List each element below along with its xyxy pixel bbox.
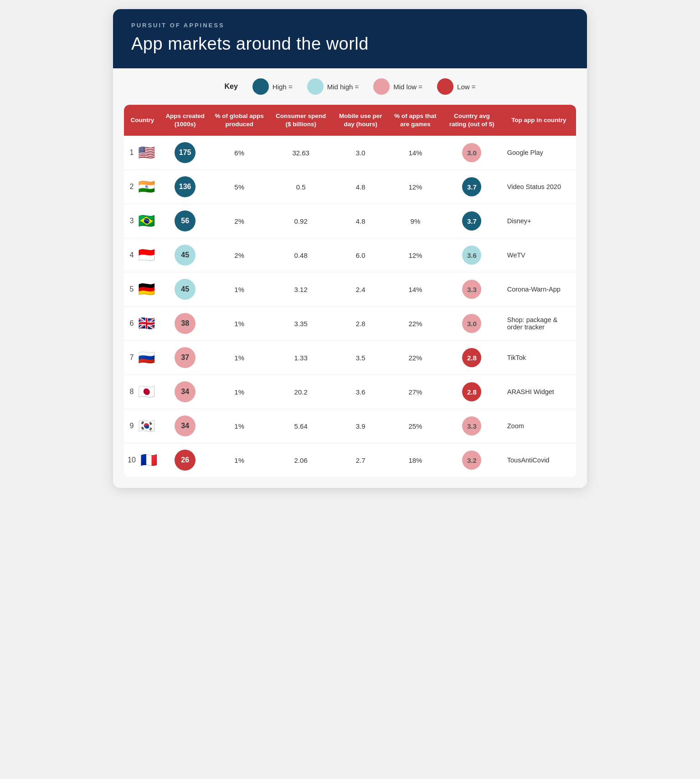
flag-icon: 🇮🇩 (138, 248, 155, 262)
apps-circle: 45 (175, 245, 196, 266)
table-row: 1 🇺🇸 175 6% 32.63 3.0 14% 3.0 Google Pla… (124, 136, 576, 170)
cell-spend: 0.48 (269, 238, 333, 272)
flag-icon: 🇩🇪 (138, 282, 155, 296)
apps-circle: 26 (175, 450, 196, 471)
cell-rank-flag: 3 🇧🇷 (124, 204, 161, 238)
flag-icon: 🇬🇧 (138, 317, 155, 330)
cell-mobile: 3.0 (332, 136, 388, 170)
flag-icon: 🇺🇸 (138, 146, 155, 159)
table-row: 9 🇰🇷 34 1% 5.64 3.9 25% 3.3 Zoom (124, 409, 576, 443)
rating-circle: 3.3 (462, 280, 481, 299)
row-rank: 4 (129, 251, 134, 259)
cell-rank-flag: 7 🇷🇺 (124, 341, 161, 375)
row-rank: 7 (129, 354, 134, 362)
cell-rank-flag: 1 🇺🇸 (124, 136, 161, 170)
cell-pct-produced: 6% (209, 136, 269, 170)
cell-mobile: 2.8 (332, 307, 388, 341)
col-mobile: Mobile use per day (hours) (332, 105, 388, 136)
cell-apps: 34 (161, 375, 210, 409)
col-apps-created: Apps created (1000s) (161, 105, 210, 136)
cell-games: 22% (389, 341, 442, 375)
cell-rank-flag: 4 🇮🇩 (124, 238, 161, 272)
flag-icon: 🇰🇷 (138, 419, 155, 433)
cell-games: 14% (389, 272, 442, 307)
flag-icon: 🇧🇷 (138, 214, 155, 228)
main-table: Country Apps created (1000s) % of global… (124, 105, 576, 477)
row-rank: 6 (129, 319, 134, 328)
cell-spend: 5.64 (269, 409, 333, 443)
cell-spend: 0.5 (269, 170, 333, 204)
cell-spend: 3.12 (269, 272, 333, 307)
table-row: 2 🇮🇳 136 5% 0.5 4.8 12% 3.7 Video Status… (124, 170, 576, 204)
cell-pct-produced: 2% (209, 238, 269, 272)
cell-rank-flag: 8 🇯🇵 (124, 375, 161, 409)
cell-rating: 3.7 (442, 204, 502, 238)
cell-rating: 3.7 (442, 170, 502, 204)
table-row: 6 🇬🇧 38 1% 3.35 2.8 22% 3.0 Shop: packag… (124, 307, 576, 341)
cell-rank-flag: 2 🇮🇳 (124, 170, 161, 204)
flag-icon: 🇮🇳 (138, 180, 155, 194)
table-row: 5 🇩🇪 45 1% 3.12 2.4 14% 3.3 Corona-Warn-… (124, 272, 576, 307)
cell-top-app: Zoom (502, 409, 576, 443)
cell-mobile: 4.8 (332, 204, 388, 238)
cell-mobile: 4.8 (332, 170, 388, 204)
table-header-row: Country Apps created (1000s) % of global… (124, 105, 576, 136)
cell-spend: 20.2 (269, 375, 333, 409)
key-item-midhigh: Mid high = (307, 78, 359, 95)
header: PURSUIT OF APPINESS App markets around t… (113, 9, 587, 68)
cell-games: 12% (389, 238, 442, 272)
cell-games: 18% (389, 443, 442, 477)
col-pct-produced: % of global apps produced (209, 105, 269, 136)
low-icon (437, 78, 453, 95)
flag-icon: 🇫🇷 (140, 453, 157, 467)
flag-icon: 🇯🇵 (138, 385, 155, 399)
cell-rating: 3.3 (442, 272, 502, 307)
table-section: Country Apps created (1000s) % of global… (113, 105, 587, 488)
apps-circle: 175 (175, 142, 196, 163)
cell-rating: 3.0 (442, 307, 502, 341)
key-midlow-label: Mid low = (393, 83, 422, 91)
header-subtitle: PURSUIT OF APPINESS (131, 22, 569, 29)
cell-apps: 56 (161, 204, 210, 238)
row-rank: 10 (128, 456, 136, 464)
apps-circle: 38 (175, 313, 196, 334)
rating-circle: 3.6 (462, 246, 481, 265)
apps-circle: 56 (175, 210, 196, 231)
midhigh-icon (307, 78, 324, 95)
key-item-low: Low = (437, 78, 475, 95)
key-label: Key (225, 82, 238, 91)
cell-apps: 45 (161, 238, 210, 272)
col-country: Country (124, 105, 161, 136)
table-row: 7 🇷🇺 37 1% 1.33 3.5 22% 2.8 TikTok (124, 341, 576, 375)
cell-mobile: 2.4 (332, 272, 388, 307)
table-row: 3 🇧🇷 56 2% 0.92 4.8 9% 3.7 Disney+ (124, 204, 576, 238)
cell-top-app: Video Status 2020 (502, 170, 576, 204)
cell-spend: 1.33 (269, 341, 333, 375)
cell-games: 27% (389, 375, 442, 409)
cell-apps: 45 (161, 272, 210, 307)
cell-mobile: 6.0 (332, 238, 388, 272)
rating-circle: 3.7 (462, 177, 481, 196)
cell-mobile: 3.9 (332, 409, 388, 443)
row-rank: 5 (129, 285, 134, 293)
apps-circle: 34 (175, 415, 196, 436)
rating-circle: 3.0 (462, 314, 481, 333)
cell-rating: 3.3 (442, 409, 502, 443)
cell-rank-flag: 5 🇩🇪 (124, 272, 161, 307)
key-high-label: High = (273, 83, 293, 91)
cell-apps: 37 (161, 341, 210, 375)
high-icon (252, 78, 269, 95)
col-top-app: Top app in country (502, 105, 576, 136)
rating-circle: 2.8 (462, 348, 481, 367)
key-item-midlow: Mid low = (373, 78, 422, 95)
cell-mobile: 3.6 (332, 375, 388, 409)
cell-top-app: Disney+ (502, 204, 576, 238)
key-section: Key High = Mid high = Mid low = Low = (113, 68, 587, 105)
cell-pct-produced: 1% (209, 375, 269, 409)
cell-games: 22% (389, 307, 442, 341)
key-item-high: High = (252, 78, 293, 95)
cell-pct-produced: 2% (209, 204, 269, 238)
cell-rank-flag: 9 🇰🇷 (124, 409, 161, 443)
table-row: 4 🇮🇩 45 2% 0.48 6.0 12% 3.6 WeTV (124, 238, 576, 272)
cell-pct-produced: 1% (209, 409, 269, 443)
